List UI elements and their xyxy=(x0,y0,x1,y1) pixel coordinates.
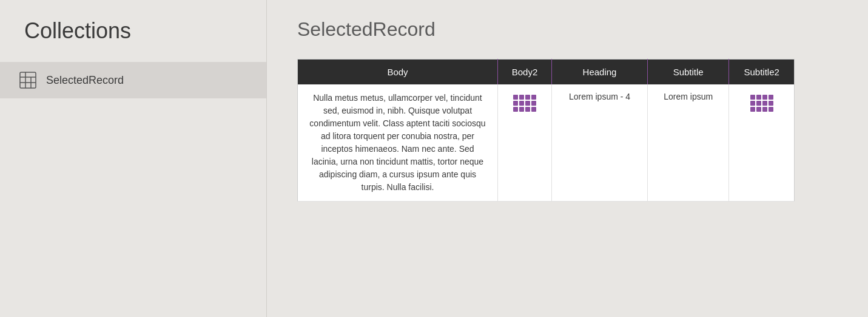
svg-rect-0 xyxy=(20,72,36,88)
cell-body2[interactable] xyxy=(497,84,551,202)
table-row: Nulla metus metus, ullamcorper vel, tinc… xyxy=(298,84,795,202)
table-icon xyxy=(18,70,38,90)
column-header-body: Body xyxy=(298,60,498,85)
column-header-subtitle: Subtitle xyxy=(648,60,729,85)
page-title: SelectedRecord xyxy=(297,18,838,41)
sidebar-title: Collections xyxy=(0,18,266,62)
cell-subtitle2[interactable] xyxy=(729,84,795,202)
grid-icon-subtitle2 xyxy=(750,95,773,112)
sidebar-item-label: SelectedRecord xyxy=(46,74,124,87)
table-body: Nulla metus metus, ullamcorper vel, tinc… xyxy=(298,84,795,202)
column-header-subtitle2: Subtitle2 xyxy=(729,60,795,85)
cell-heading: Lorem ipsum - 4 xyxy=(551,84,647,202)
table-header-row: Body Body2 Heading Subtitle Subtitle2 xyxy=(298,60,795,85)
sidebar: Collections SelectedRecord xyxy=(0,0,267,317)
data-table: Body Body2 Heading Subtitle Subtitle2 Nu… xyxy=(297,59,795,202)
cell-body: Nulla metus metus, ullamcorper vel, tinc… xyxy=(298,84,498,202)
column-header-body2: Body2 xyxy=(497,60,551,85)
grid-icon-body2 xyxy=(513,95,536,112)
cell-subtitle: Lorem ipsum xyxy=(648,84,729,202)
main-content: SelectedRecord Body Body2 Heading Subtit… xyxy=(267,0,868,317)
sidebar-item-selected-record[interactable]: SelectedRecord xyxy=(0,62,266,98)
table-header: Body Body2 Heading Subtitle Subtitle2 xyxy=(298,60,795,85)
column-header-heading: Heading xyxy=(551,60,647,85)
